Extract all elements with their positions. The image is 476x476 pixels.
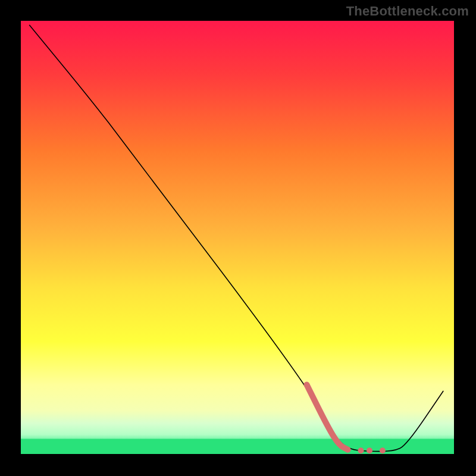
bottleneck-chart: [0, 0, 476, 476]
highlight-dot: [358, 447, 364, 453]
highlight-dot: [380, 447, 386, 453]
green-baseline-band: [21, 439, 454, 454]
chart-frame: TheBottleneck.com: [0, 0, 476, 476]
highlight-dot: [367, 447, 372, 453]
plot-background: [21, 21, 454, 454]
